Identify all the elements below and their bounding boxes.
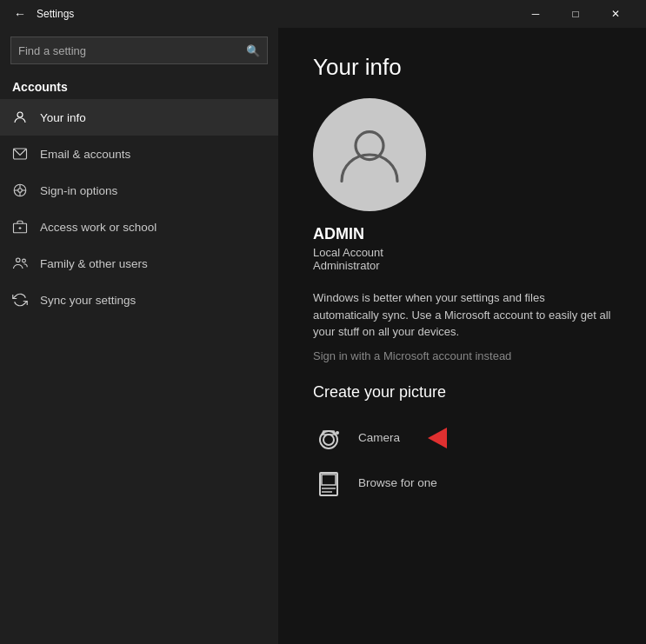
svg-point-0 (17, 112, 23, 117)
profile-section: ADMIN Local Account Administrator (313, 98, 611, 272)
sidebar: 🔍 Accounts Your info Email & accoun (0, 28, 278, 644)
minimize-button[interactable]: ─ (516, 0, 556, 28)
username: ADMIN (313, 225, 364, 243)
svg-point-11 (17, 258, 21, 262)
microsoft-account-link[interactable]: Sign in with a Microsoft account instead (313, 349, 611, 362)
title-bar-title: Settings (37, 8, 74, 20)
sidebar-item-label: Sync your settings (40, 294, 136, 307)
svg-point-16 (336, 431, 339, 435)
create-picture-title: Create your picture (313, 383, 611, 402)
page-title: Your info (313, 54, 611, 81)
title-bar: ← Settings ─ □ ✕ (0, 0, 646, 28)
sync-info-text: Windows is better when your settings and… (313, 289, 611, 341)
work-icon (12, 219, 28, 235)
sidebar-item-work-school[interactable]: Access work or school (0, 209, 278, 245)
title-bar-left: ← Settings (10, 5, 516, 23)
browse-option[interactable]: Browse for one (313, 461, 611, 506)
avatar (313, 98, 426, 211)
sidebar-section-title: Accounts (0, 73, 278, 99)
sidebar-item-family-users[interactable]: Family & other users (0, 245, 278, 282)
sidebar-item-label: Your info (40, 111, 86, 124)
close-button[interactable]: ✕ (596, 0, 636, 28)
email-icon (12, 146, 28, 162)
svg-point-3 (18, 189, 23, 193)
search-icon: 🔍 (246, 44, 260, 57)
search-input[interactable] (18, 44, 246, 57)
sidebar-item-label: Sign-in options (40, 184, 117, 197)
family-icon (12, 256, 28, 271)
main-layout: 🔍 Accounts Your info Email & accoun (0, 28, 646, 644)
browse-option-icon (313, 468, 344, 499)
browse-label: Browse for one (358, 476, 437, 489)
signin-icon (12, 183, 28, 198)
sidebar-item-your-info[interactable]: Your info (0, 99, 278, 136)
back-button[interactable]: ← (10, 5, 30, 23)
arrow-indicator (428, 428, 447, 448)
sidebar-item-sync[interactable]: Sync your settings (0, 282, 278, 318)
sidebar-item-sign-in[interactable]: Sign-in options (0, 172, 278, 209)
sidebar-item-label: Email & accounts (40, 148, 130, 161)
search-container: 🔍 (0, 28, 278, 73)
sync-icon (12, 292, 28, 308)
camera-label: Camera (358, 431, 400, 444)
camera-option-icon (313, 422, 344, 454)
search-box: 🔍 (10, 37, 268, 64)
svg-point-12 (23, 259, 26, 262)
sidebar-item-email-accounts[interactable]: Email & accounts (0, 136, 278, 172)
sidebar-item-label: Access work or school (40, 221, 157, 234)
svg-rect-18 (322, 475, 336, 485)
content-area: Your info ADMIN Local Account Administra… (278, 28, 646, 644)
title-bar-controls: ─ □ ✕ (516, 0, 636, 28)
sidebar-item-label: Family & other users (40, 257, 148, 270)
your-info-icon (12, 110, 28, 125)
camera-option[interactable]: Camera (313, 415, 611, 461)
maximize-button[interactable]: □ (556, 0, 596, 28)
account-type: Local Account (313, 246, 383, 259)
svg-point-15 (323, 435, 334, 445)
account-role: Administrator (313, 259, 380, 272)
